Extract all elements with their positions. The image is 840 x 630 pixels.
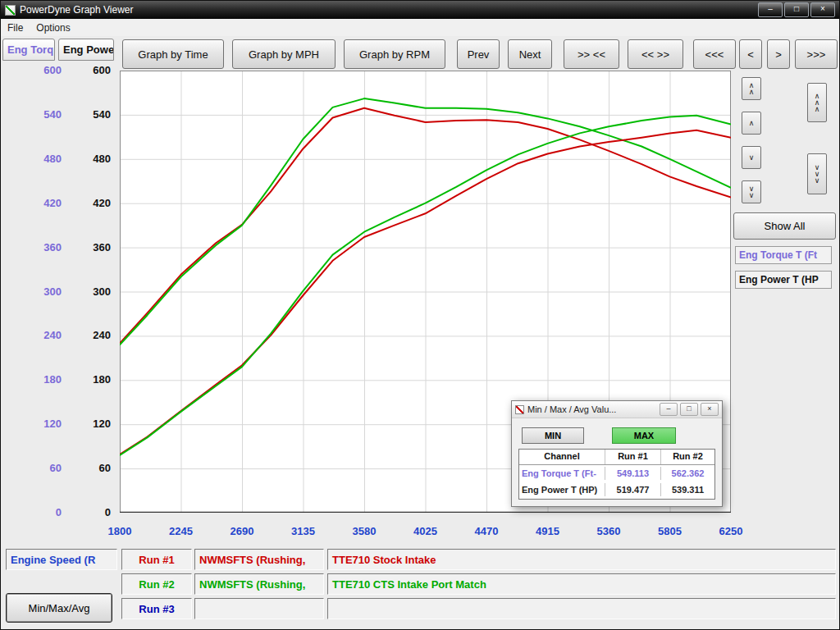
y-tick-power-480: 480	[76, 153, 111, 165]
toolbar-button-pan-right[interactable]: >	[767, 39, 790, 69]
y-tick-torque-420: 420	[27, 197, 62, 209]
y-tick-power-300: 300	[76, 285, 111, 298]
toolbar-button-pan-right-fast[interactable]: >>>	[795, 39, 838, 69]
minmax-avg-window[interactable]: Min / Max / Avg Valu... –□× MIN MAX Chan…	[511, 400, 723, 507]
toolbar-button-next[interactable]: Next	[508, 39, 552, 69]
y-tick-torque-480: 480	[27, 153, 62, 165]
minmax-row-eng-torque-t-ft: Eng Torque T (Ft-549.113562.362	[519, 465, 714, 482]
y-tick-power-60: 60	[76, 462, 111, 474]
minmax-restore-button[interactable]: □	[680, 403, 698, 416]
min-toggle-button[interactable]: MIN	[522, 427, 584, 444]
minmax-close-button[interactable]: ×	[701, 403, 719, 416]
y-tick-torque-0: 0	[27, 506, 62, 518]
toolbar-button-prev[interactable]: Prev	[457, 39, 500, 69]
y-tick-power-540: 540	[76, 108, 111, 121]
close-button[interactable]: ×	[810, 2, 835, 17]
left-axis-up-button[interactable]: ∧	[742, 112, 761, 135]
run-3-description-field[interactable]	[327, 598, 836, 619]
y-tick-torque-300: 300	[27, 285, 62, 298]
y-tick-torque-360: 360	[27, 241, 62, 253]
x-tick-4025: 4025	[401, 525, 450, 537]
y-tick-power-240: 240	[76, 329, 111, 341]
toolbar: Graph by TimeGraph by MPHGraph by RPMPre…	[122, 39, 838, 69]
run-1-description-field[interactable]: TTE710 Stock Intake	[327, 549, 836, 570]
max-toggle-button[interactable]: MAX	[612, 427, 676, 444]
toolbar-button-pan-left-fast[interactable]: <<<	[693, 39, 736, 69]
run-1-label: Run #1	[121, 549, 192, 570]
y-tick-torque-120: 120	[27, 418, 62, 430]
left-axis-down-button[interactable]: ∨	[742, 146, 761, 169]
minmax-column-channel: Channel	[519, 450, 605, 464]
right-axis-down-fast-button[interactable]: ∨ ∨ ∨	[807, 153, 827, 194]
run-1-source-field[interactable]: NWMSFTS (Rushing,	[194, 549, 324, 570]
toolbar-button-pan-left[interactable]: <	[739, 39, 762, 69]
minmax-row-eng-power-t-hp: Eng Power T (HP)519.477539.311	[519, 482, 714, 498]
y-tick-torque-540: 540	[27, 108, 62, 121]
minmax-column-run-2: Run #2	[660, 450, 714, 464]
run-3-source-field[interactable]	[194, 598, 324, 619]
minmax-run1-value: 519.477	[605, 483, 660, 496]
app-icon	[5, 5, 16, 16]
x-tick-5360: 5360	[584, 525, 633, 537]
y-tick-power-120: 120	[76, 418, 111, 430]
minmax-table-header: ChannelRun #1Run #2	[519, 450, 714, 465]
y-tick-torque-600: 600	[27, 64, 62, 76]
minmax-run2-value: 539.311	[660, 483, 714, 496]
minmax-window-title: Min / Max / Avg Valu...	[527, 404, 616, 414]
menu-item-options[interactable]: Options	[30, 20, 76, 36]
minmax-table-body: Eng Torque T (Ft-549.113562.362Eng Power…	[519, 465, 714, 498]
y-tick-torque-60: 60	[27, 462, 62, 474]
minmax-table: ChannelRun #1Run #2 Eng Torque T (Ft-549…	[518, 449, 715, 500]
app-window: PowerDyne Graph Viewer –□× FileOptions G…	[0, 0, 840, 630]
legend-eng-power-t-hp[interactable]: Eng Power T (HP	[735, 271, 832, 289]
run-2-label: Run #2	[121, 573, 192, 595]
minmax-window-icon	[515, 405, 524, 414]
y-tick-power-360: 360	[76, 241, 111, 253]
minmax-column-run-1: Run #1	[605, 450, 660, 464]
minimize-button[interactable]: –	[758, 2, 783, 17]
x-tick-2245: 2245	[157, 525, 206, 537]
x-tick-4470: 4470	[462, 525, 511, 537]
run-2-source-field[interactable]: NWMSFTS (Rushing,	[194, 573, 324, 595]
y-tick-power-0: 0	[76, 506, 111, 518]
y-tick-power-600: 600	[76, 64, 111, 76]
toolbar-button-graph-by-time[interactable]: Graph by Time	[122, 39, 224, 69]
x-axis-channel-label[interactable]: Engine Speed (R	[6, 549, 117, 570]
legend-eng-torque-t-ft[interactable]: Eng Torque T (Ft	[735, 246, 832, 264]
minmax-channel-name: Eng Power T (HP)	[519, 483, 605, 496]
minmax-title-bar[interactable]: Min / Max / Avg Valu... –□×	[512, 401, 722, 418]
minmax-window-controls: –□×	[660, 403, 719, 416]
minmax-run2-value: 562.362	[660, 467, 714, 480]
maximize-button[interactable]: □	[784, 2, 809, 17]
minmax-run1-value: 549.113	[605, 467, 660, 480]
toolbar-button-zoom-in[interactable]: >> <<	[564, 39, 619, 69]
run-3-label: Run #3	[121, 598, 192, 619]
right-axis-up-fast-button[interactable]: ∧ ∧ ∧	[807, 83, 827, 122]
run-2-description-field[interactable]: TTE710 CTS Intake Port Match	[327, 573, 836, 595]
y-tick-power-180: 180	[76, 373, 111, 386]
x-tick-4915: 4915	[523, 525, 573, 537]
min-max-avg-button[interactable]: Min/Max/Avg	[6, 593, 112, 623]
x-tick-3135: 3135	[279, 525, 328, 537]
x-tick-5805: 5805	[646, 525, 695, 537]
toolbar-button-zoom-out[interactable]: << >>	[628, 39, 683, 69]
left-axis-up-fast-button[interactable]: ∧ ∧	[742, 77, 761, 100]
title-bar[interactable]: PowerDyne Graph Viewer –□×	[1, 1, 839, 19]
y-tick-power-420: 420	[76, 197, 111, 209]
toolbar-button-graph-by-mph[interactable]: Graph by MPH	[232, 39, 336, 69]
tab-eng-torq[interactable]: Eng Torq	[2, 39, 55, 61]
minmax-minimize-button[interactable]: –	[660, 403, 678, 416]
y-tick-torque-240: 240	[27, 329, 62, 341]
x-tick-1800: 1800	[95, 525, 144, 537]
menu-item-file[interactable]: File	[1, 20, 30, 36]
left-axis-down-fast-button[interactable]: ∨ ∨	[742, 180, 761, 203]
window-title: PowerDyne Graph Viewer	[20, 4, 134, 16]
menu-bar: FileOptions	[1, 19, 839, 36]
minmax-channel-name: Eng Torque T (Ft-	[519, 467, 605, 480]
y-tick-torque-180: 180	[27, 373, 62, 386]
toolbar-button-graph-by-rpm[interactable]: Graph by RPM	[344, 39, 445, 69]
x-tick-2690: 2690	[217, 525, 267, 537]
tab-eng-powe[interactable]: Eng Powe	[58, 39, 114, 61]
show-all-button[interactable]: Show All	[733, 212, 836, 240]
x-tick-6250: 6250	[706, 525, 756, 537]
